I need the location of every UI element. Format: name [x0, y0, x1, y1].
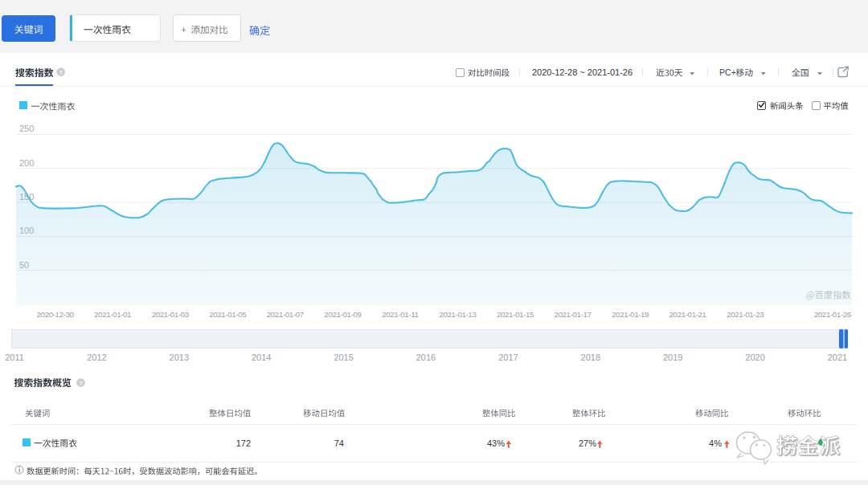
svg-text:27%: 27% — [579, 438, 596, 448]
svg-text:2021-01-17: 2021-01-17 — [554, 310, 591, 319]
svg-text:2020-12-30: 2020-12-30 — [37, 310, 75, 319]
svg-text:2015: 2015 — [334, 353, 353, 362]
svg-text:2021-01-26: 2021-01-26 — [814, 310, 852, 319]
svg-text:2020: 2020 — [745, 353, 764, 362]
svg-text:2021-01-01: 2021-01-01 — [94, 310, 131, 319]
svg-text:2020-12-28 ~ 2021-01-26: 2020-12-28 ~ 2021-01-26 — [532, 67, 633, 77]
svg-text:172: 172 — [236, 438, 251, 448]
svg-text:2012: 2012 — [87, 353, 106, 362]
svg-text:2013: 2013 — [170, 353, 189, 362]
svg-text:250: 250 — [19, 124, 34, 133]
svg-text:2016: 2016 — [416, 353, 436, 362]
svg-text:2021-01-05: 2021-01-05 — [209, 310, 247, 319]
svg-text:2021-01-15: 2021-01-15 — [497, 310, 534, 319]
svg-text:2021-01-09: 2021-01-09 — [324, 310, 361, 319]
svg-text:2021: 2021 — [828, 353, 847, 362]
svg-text:PC+: PC+ — [719, 67, 736, 77]
svg-text:2021-01-03: 2021-01-03 — [152, 310, 190, 319]
svg-text:?: ? — [79, 380, 83, 387]
svg-text:2017: 2017 — [498, 353, 518, 362]
svg-text:2019: 2019 — [663, 353, 682, 362]
svg-text:2011: 2011 — [5, 353, 24, 362]
svg-text:4%: 4% — [709, 438, 722, 448]
svg-text:200: 200 — [19, 158, 34, 168]
svg-text:2021-01-19: 2021-01-19 — [612, 310, 649, 319]
svg-text:74: 74 — [334, 438, 344, 448]
svg-text:2021-01-13: 2021-01-13 — [439, 310, 477, 319]
svg-text:43%: 43% — [487, 438, 505, 448]
svg-text:2021-01-07: 2021-01-07 — [267, 310, 304, 319]
svg-text:2021-01-23: 2021-01-23 — [727, 310, 764, 319]
svg-text:?: ? — [59, 69, 63, 76]
svg-text:2014: 2014 — [252, 353, 271, 362]
svg-text:2021-01-21: 2021-01-21 — [669, 310, 706, 319]
svg-text:2021-01-11: 2021-01-11 — [382, 310, 418, 319]
svg-text:2018: 2018 — [581, 353, 600, 362]
